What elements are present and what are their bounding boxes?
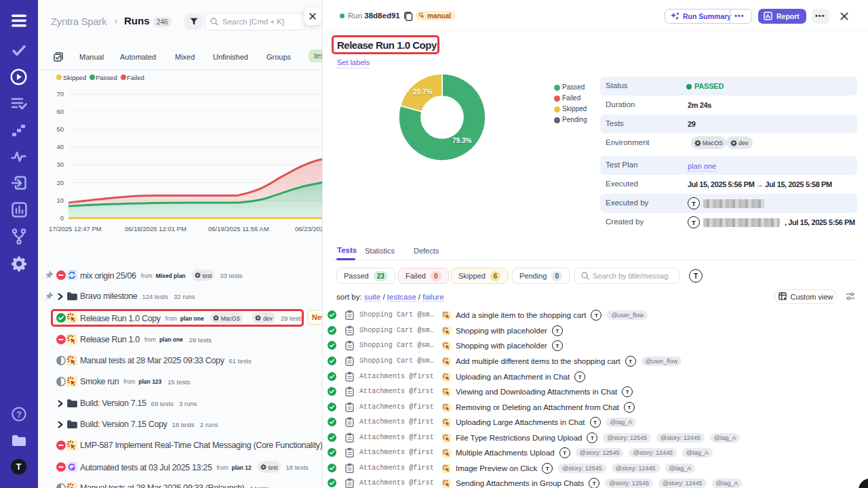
- svg-text:?: ?: [16, 410, 22, 420]
